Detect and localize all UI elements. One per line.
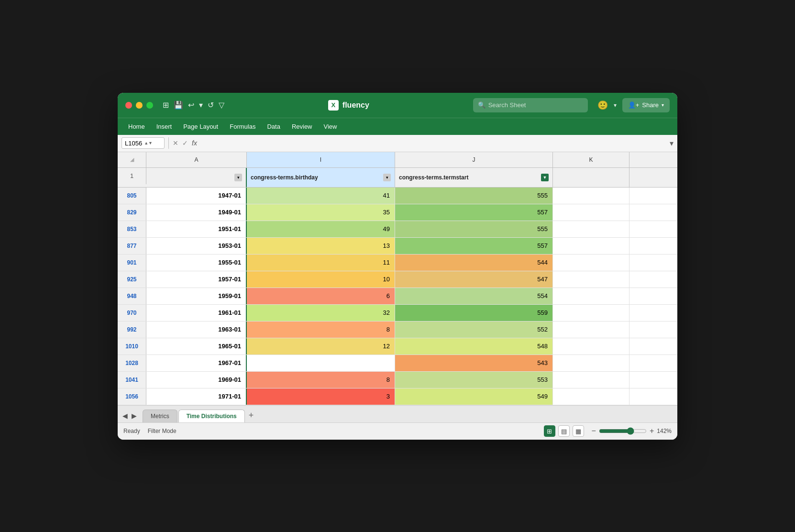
zoom-in-button[interactable]: + bbox=[650, 427, 654, 435]
cell-k[interactable] bbox=[553, 238, 629, 254]
search-bar[interactable]: 🔍 Search Sheet bbox=[473, 98, 588, 112]
close-button[interactable] bbox=[125, 102, 132, 109]
cell-k[interactable] bbox=[553, 255, 629, 271]
cell-j[interactable]: 547 bbox=[395, 271, 553, 288]
cell-k[interactable] bbox=[553, 372, 629, 388]
cell-i[interactable]: 32 bbox=[247, 305, 395, 321]
row-number[interactable]: 829 bbox=[118, 204, 146, 221]
filter-btn-i[interactable]: ▾ bbox=[383, 174, 391, 181]
share-button[interactable]: 👤+ Share ▾ bbox=[622, 98, 670, 112]
row-number[interactable]: 970 bbox=[118, 305, 146, 321]
cell-i[interactable]: 3 bbox=[247, 388, 395, 405]
zoom-slider[interactable] bbox=[599, 427, 647, 435]
more-icon[interactable]: ▽ bbox=[219, 100, 224, 110]
cell-k[interactable] bbox=[553, 338, 629, 355]
row-number[interactable]: 948 bbox=[118, 288, 146, 304]
cell-k[interactable] bbox=[553, 288, 629, 304]
cell-i[interactable]: 6 bbox=[247, 288, 395, 304]
cell-a[interactable]: 1951-01 bbox=[146, 221, 247, 237]
cell-j[interactable]: 548 bbox=[395, 338, 553, 355]
menu-formulas[interactable]: Formulas bbox=[224, 121, 261, 132]
cell-k[interactable] bbox=[553, 305, 629, 321]
col-header-i[interactable]: I bbox=[247, 152, 395, 167]
cell-i[interactable]: 10 bbox=[247, 271, 395, 288]
menu-review[interactable]: Review bbox=[286, 121, 318, 132]
cell-j[interactable]: 549 bbox=[395, 388, 553, 405]
row-number[interactable]: 805 bbox=[118, 188, 146, 204]
chevron-down-icon[interactable]: ▾ bbox=[614, 102, 617, 109]
cell-k[interactable] bbox=[553, 188, 629, 204]
cell-i[interactable]: 49 bbox=[247, 221, 395, 237]
filter-btn-a[interactable]: ▾ bbox=[234, 174, 242, 181]
col-header-a[interactable]: A bbox=[146, 152, 247, 167]
cell-i[interactable]: 13 bbox=[247, 238, 395, 254]
menu-insert[interactable]: Insert bbox=[151, 121, 178, 132]
zoom-out-button[interactable]: − bbox=[592, 427, 596, 435]
row-number[interactable]: 1041 bbox=[118, 372, 146, 388]
row-number[interactable]: 925 bbox=[118, 271, 146, 288]
cell-j[interactable]: 552 bbox=[395, 321, 553, 338]
cell-a[interactable]: 1971-01 bbox=[146, 388, 247, 405]
menu-pagelayout[interactable]: Page Layout bbox=[177, 121, 224, 132]
cell-a[interactable]: 1949-01 bbox=[146, 204, 247, 221]
filter-btn-j[interactable]: ▼ bbox=[541, 174, 549, 181]
row-number[interactable]: 1028 bbox=[118, 355, 146, 371]
grid-view-icon[interactable]: ⊞ bbox=[544, 425, 555, 437]
cell-a[interactable]: 1955-01 bbox=[146, 255, 247, 271]
cell-k[interactable] bbox=[553, 221, 629, 237]
cancel-icon[interactable]: ✕ bbox=[173, 139, 178, 147]
cell-j[interactable]: 553 bbox=[395, 372, 553, 388]
emoji-icon[interactable]: 🙂 bbox=[597, 100, 608, 111]
confirm-icon[interactable]: ✓ bbox=[182, 139, 188, 147]
cell-k[interactable] bbox=[553, 321, 629, 338]
cell-j[interactable]: 543 bbox=[395, 355, 553, 371]
menu-view[interactable]: View bbox=[318, 121, 343, 132]
minimize-button[interactable] bbox=[136, 102, 143, 109]
row-number[interactable]: 992 bbox=[118, 321, 146, 338]
cell-j[interactable]: 559 bbox=[395, 305, 553, 321]
col-header-j[interactable]: J bbox=[395, 152, 553, 167]
page-view-icon[interactable]: ▦ bbox=[573, 425, 584, 437]
cell-k[interactable] bbox=[553, 204, 629, 221]
cell-j[interactable]: 544 bbox=[395, 255, 553, 271]
cell-ref-arrow[interactable]: ▲▼ bbox=[144, 141, 153, 145]
cell-i[interactable]: 12 bbox=[247, 338, 395, 355]
cell-a[interactable]: 1969-01 bbox=[146, 372, 247, 388]
cell-a[interactable]: 1965-01 bbox=[146, 338, 247, 355]
tab-metrics[interactable]: Metrics bbox=[143, 410, 177, 422]
filter-header-k[interactable] bbox=[553, 168, 629, 187]
cell-a[interactable]: 1961-01 bbox=[146, 305, 247, 321]
cell-j[interactable]: 557 bbox=[395, 238, 553, 254]
cell-i[interactable]: 8 bbox=[247, 321, 395, 338]
formula-icon[interactable]: fx bbox=[192, 139, 197, 147]
filter-header-i[interactable]: congress-terms.birthday ▾ bbox=[247, 168, 395, 187]
tab-left-arrow[interactable]: ◀ bbox=[121, 411, 129, 421]
cell-a[interactable]: 1947-01 bbox=[146, 188, 247, 204]
tab-right-arrow[interactable]: ▶ bbox=[131, 411, 138, 421]
maximize-button[interactable] bbox=[146, 102, 153, 109]
cell-a[interactable]: 1963-01 bbox=[146, 321, 247, 338]
formula-expand-icon[interactable]: ▾ bbox=[670, 139, 674, 148]
cell-i[interactable]: 35 bbox=[247, 204, 395, 221]
cell-reference[interactable]: L1056 ▲▼ bbox=[121, 137, 165, 149]
row-number[interactable]: 853 bbox=[118, 221, 146, 237]
cell-j[interactable]: 555 bbox=[395, 188, 553, 204]
row-number[interactable]: 877 bbox=[118, 238, 146, 254]
row-number[interactable]: 1056 bbox=[118, 388, 146, 405]
cell-a[interactable]: 1953-01 bbox=[146, 238, 247, 254]
save-icon[interactable]: 💾 bbox=[174, 100, 183, 110]
row-number[interactable]: 1010 bbox=[118, 338, 146, 355]
redo-icon[interactable]: ↺ bbox=[208, 100, 214, 110]
cell-k[interactable] bbox=[553, 271, 629, 288]
undo-dropdown-icon[interactable]: ▾ bbox=[199, 100, 203, 110]
cell-j[interactable]: 557 bbox=[395, 204, 553, 221]
sidebar-icon[interactable]: ⊞ bbox=[163, 100, 169, 110]
cell-a[interactable]: 1959-01 bbox=[146, 288, 247, 304]
menu-data[interactable]: Data bbox=[261, 121, 286, 132]
menu-home[interactable]: Home bbox=[122, 121, 151, 132]
outline-view-icon[interactable]: ▤ bbox=[558, 425, 570, 437]
cell-i[interactable]: 11 bbox=[247, 255, 395, 271]
cell-i[interactable] bbox=[247, 355, 395, 371]
col-header-k[interactable]: K bbox=[553, 152, 629, 167]
row-number[interactable]: 901 bbox=[118, 255, 146, 271]
